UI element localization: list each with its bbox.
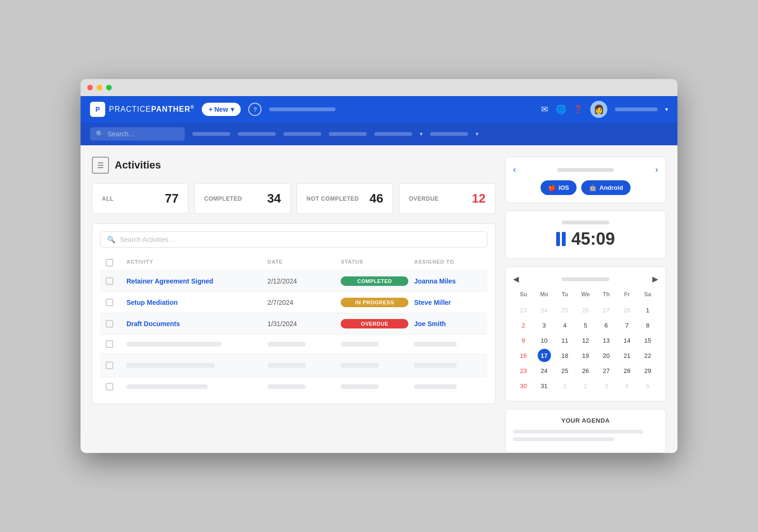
row-2-assigned[interactable]: Steve Miller — [414, 299, 482, 306]
nav-chevron-1[interactable]: ▾ — [420, 131, 423, 137]
nav-pill-1[interactable] — [192, 132, 230, 136]
calendar-day[interactable]: 1 — [558, 379, 571, 392]
android-button[interactable]: 🤖 Android — [581, 180, 631, 195]
nav-pill-2[interactable] — [238, 132, 276, 136]
calendar-day[interactable]: 6 — [600, 319, 613, 332]
close-dot[interactable] — [87, 85, 93, 90]
day-name-fr: Fr — [617, 289, 638, 300]
row-2-activity-link[interactable]: Setup Mediation — [126, 299, 262, 306]
calendar-day[interactable]: 2 — [579, 379, 592, 392]
calendar-day[interactable]: 24 — [538, 303, 551, 317]
row-4-checkbox[interactable] — [106, 340, 113, 348]
calendar-week-4: 23242526272829 — [513, 363, 658, 378]
calendar-day[interactable]: 23 — [517, 364, 530, 377]
calendar-day[interactable]: 8 — [641, 319, 654, 332]
calendar-day[interactable]: 24 — [538, 364, 551, 377]
table-row: Retainer Agreement Signed 2/12/2024 COMP… — [100, 271, 487, 292]
maximize-dot[interactable] — [106, 85, 112, 90]
calendar-day[interactable]: 1 — [641, 303, 654, 317]
calendar-day[interactable]: 4 — [620, 379, 633, 392]
row-5-checkbox[interactable] — [106, 362, 113, 369]
calendar-day[interactable]: 13 — [600, 334, 613, 347]
calendar-day[interactable]: 7 — [620, 319, 633, 332]
stat-card-all[interactable]: ALL 77 — [92, 183, 189, 214]
calendar-day[interactable]: 21 — [620, 349, 633, 362]
calendar-day[interactable]: 19 — [579, 349, 592, 362]
calendar-day[interactable]: 29 — [641, 364, 654, 377]
app-prev-button[interactable]: ‹ — [513, 165, 516, 175]
calendar-day[interactable]: 26 — [579, 303, 592, 317]
nav-pill-3[interactable] — [283, 132, 321, 136]
mail-icon[interactable]: ✉ — [541, 104, 548, 115]
calendar-day[interactable]: 27 — [600, 303, 613, 317]
calendar-day[interactable]: 3 — [538, 319, 551, 332]
minimize-dot[interactable] — [97, 85, 102, 90]
nav-pill-4[interactable] — [329, 132, 367, 136]
right-panel: ‹ › 🍎 iOS 🤖 Android — [505, 157, 666, 453]
search-input[interactable] — [108, 130, 174, 138]
calendar-day[interactable]: 16 — [517, 349, 530, 362]
calendar-day[interactable]: 9 — [517, 334, 530, 347]
calendar-prev-button[interactable]: ◀ — [513, 275, 519, 284]
app-window: P PRACTICEPANTHER® + New ▾ ? ✉ 🌐 ❓ 👩 ▾ 🔍 — [81, 79, 677, 453]
row-6-checkbox[interactable] — [106, 383, 113, 390]
stat-card-overdue[interactable]: OVERDUE 12 — [399, 183, 496, 214]
pause-icon[interactable] — [556, 232, 566, 246]
row-3-assigned[interactable]: Joe Smith — [414, 320, 482, 328]
calendar-day[interactable]: 25 — [558, 364, 571, 377]
calendar-day[interactable]: 10 — [538, 334, 551, 347]
help-circle-icon[interactable]: ? — [248, 103, 262, 116]
calendar-day[interactable]: 26 — [579, 364, 592, 377]
row-3-activity-link[interactable]: Draft Documents — [126, 320, 262, 328]
calendar-day[interactable]: 28 — [620, 303, 633, 317]
row-1-checkbox[interactable] — [106, 277, 113, 285]
row-1-assigned[interactable]: Joanna Miles — [414, 277, 482, 285]
ios-button[interactable]: 🍎 iOS — [541, 180, 577, 195]
row-1-activity-link[interactable]: Retainer Agreement Signed — [126, 277, 262, 285]
calendar-day[interactable]: 31 — [538, 379, 551, 392]
calendar-day[interactable]: 22 — [641, 349, 654, 362]
stat-label-overdue: OVERDUE — [409, 195, 439, 202]
new-button[interactable]: + New ▾ — [202, 103, 241, 116]
calendar-day[interactable]: 5 — [641, 379, 654, 392]
nav-pill-6[interactable] — [430, 132, 468, 136]
calendar-day[interactable]: 25 — [558, 303, 571, 317]
calendar-day[interactable]: 20 — [600, 349, 613, 362]
activities-icon: ☰ — [92, 157, 109, 174]
timer-card: 45:09 — [505, 211, 666, 259]
calendar-day[interactable]: 11 — [558, 334, 571, 347]
row-3-checkbox[interactable] — [106, 320, 113, 328]
stat-card-completed[interactable]: COMPLETED 34 — [194, 183, 291, 214]
avatar[interactable]: 👩 — [590, 101, 607, 118]
calendar-day[interactable]: 17 — [538, 349, 551, 362]
calendar-day[interactable]: 18 — [558, 349, 571, 362]
calendar-day[interactable]: 3 — [600, 379, 613, 392]
user-dropdown-arrow[interactable]: ▾ — [665, 106, 668, 113]
calendar-day[interactable]: 23 — [517, 303, 530, 317]
col-date: DATE — [268, 259, 335, 266]
calendar-day[interactable]: 15 — [641, 334, 654, 347]
nav-pill-5[interactable] — [374, 132, 412, 136]
calendar-day[interactable]: 27 — [600, 364, 613, 377]
calendar-day[interactable]: 2 — [517, 319, 530, 332]
row-5-placeholder-status — [341, 363, 379, 368]
calendar-day[interactable]: 30 — [517, 379, 530, 392]
row-2-checkbox[interactable] — [106, 299, 113, 306]
calendar-weeks: 2324252627281234567891011121314151617181… — [513, 302, 658, 393]
calendar-next-button[interactable]: ▶ — [652, 275, 658, 284]
search-activities-input[interactable] — [120, 236, 480, 243]
calendar-day[interactable]: 5 — [579, 319, 592, 332]
stat-card-not-completed[interactable]: NOT COMPLETED 46 — [297, 183, 393, 214]
agenda-card: YOUR AGENDA — [505, 409, 666, 453]
calendar-day[interactable]: 12 — [579, 334, 592, 347]
app-next-button[interactable]: › — [655, 165, 658, 175]
nav-chevron-2[interactable]: ▾ — [476, 131, 478, 137]
globe-icon[interactable]: 🌐 — [556, 104, 566, 115]
calendar-day[interactable]: 28 — [620, 364, 633, 377]
page-title: Activities — [115, 159, 161, 171]
calendar-day[interactable]: 4 — [558, 319, 571, 332]
question-icon[interactable]: ❓ — [574, 105, 583, 114]
select-all-checkbox[interactable] — [106, 259, 113, 266]
calendar-day[interactable]: 14 — [620, 334, 633, 347]
stat-label-completed: COMPLETED — [204, 195, 242, 202]
